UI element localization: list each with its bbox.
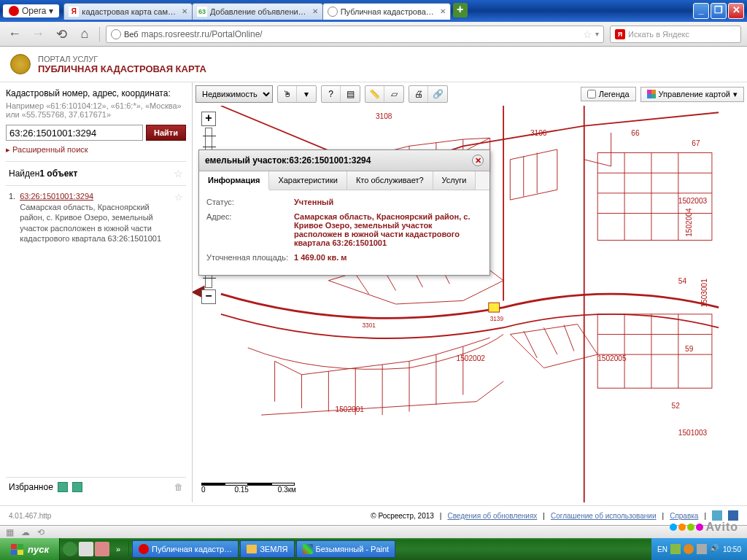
link-button[interactable]: 🔗 <box>428 86 447 102</box>
reload-button[interactable]: ⟲ <box>53 26 70 43</box>
main-area: Кадастровый номер, адрес, координата: На… <box>0 82 747 502</box>
portal-title: ПУБЛИЧНАЯ КАДАСТРОВАЯ КАРТА <box>38 63 206 74</box>
popup-address-value: Самарская область, Красноярский район, с… <box>294 212 482 247</box>
new-tab-button[interactable]: + <box>453 3 468 18</box>
popup-area-value: 1 469.00 кв. м <box>294 253 482 262</box>
measure-line-button[interactable]: 📏 <box>365 86 384 102</box>
address-bar[interactable]: Веб maps.rosreestr.ru/PortalOnline/ ☆ ▾ <box>106 26 604 43</box>
tab-63[interactable]: 63 Добавление объявлени… ✕ <box>192 3 323 20</box>
ql-icon-1[interactable] <box>63 542 77 556</box>
tab-service[interactable]: Кто обслуживает? <box>347 171 433 190</box>
lang-indicator[interactable]: EN <box>657 545 667 553</box>
twitter-icon[interactable] <box>712 510 722 521</box>
map-canvas[interactable]: 3108 3106 66 67 1502003 1502004 54 15030… <box>193 106 747 502</box>
rosreestr-logo <box>9 52 32 76</box>
result-number: 1. <box>9 192 15 244</box>
dropdown-arrow-icon: ▾ <box>49 6 53 16</box>
measure-area-button[interactable]: ▱ <box>384 86 403 102</box>
tab-characteristics[interactable]: Характеристики <box>269 171 347 190</box>
export-icon[interactable] <box>72 482 82 492</box>
parcel-popup: емельный участок: 63:26:1501001:3294 ✕ И… <box>198 149 490 276</box>
favorite-star-icon[interactable]: ☆ <box>174 192 183 244</box>
tray-icon-2[interactable] <box>684 544 694 554</box>
home-button[interactable]: ⌂ <box>76 26 93 43</box>
import-icon[interactable] <box>58 482 68 492</box>
dropdown-arrow-icon[interactable]: ▾ <box>595 30 599 38</box>
updates-link[interactable]: Сведения об обновлениях <box>447 512 537 520</box>
taskbar-items: Публичная кадастр… ЗЕМЛЯ Безымянный - Pa… <box>129 540 651 558</box>
task-opera[interactable]: Публичная кадастр… <box>132 540 239 558</box>
sync-icon[interactable]: ⟲ <box>37 527 44 537</box>
browser-search-bar[interactable]: Я Искать в Яндекс <box>610 26 741 43</box>
clock[interactable]: 10:50 <box>723 545 741 553</box>
ql-icon-2[interactable] <box>79 542 93 556</box>
facebook-icon[interactable] <box>728 510 738 521</box>
popup-close-button[interactable]: ✕ <box>472 155 484 166</box>
close-icon[interactable]: ✕ <box>312 7 318 15</box>
favorites-bar: Избранное 🗑 <box>6 477 186 497</box>
back-button[interactable]: ← <box>6 26 23 43</box>
popup-address-label: Адрес: <box>206 212 294 247</box>
result-link[interactable]: 63:26:1501001:3294 <box>20 192 93 201</box>
task-folder[interactable]: ЗЕМЛЯ <box>240 540 294 558</box>
bookmark-star-icon[interactable]: ☆ <box>583 28 592 40</box>
start-label: пуск <box>28 544 49 555</box>
info-tool-button[interactable]: ? <box>322 86 341 102</box>
svg-text:59: 59 <box>685 345 694 353</box>
results-prefix: Найден <box>9 168 39 179</box>
cloud-icon[interactable]: ☁ <box>21 527 30 537</box>
tab-yandex[interactable]: Я кадастровая карта сам… ✕ <box>63 3 193 20</box>
start-button[interactable]: пуск <box>0 538 60 560</box>
layer-select[interactable]: Недвижимость <box>196 85 273 103</box>
forward-button[interactable]: → <box>29 26 47 43</box>
tab-label: кадастровая карта сам… <box>82 7 176 16</box>
tab-rosreestr[interactable]: Публичная кадастрова… ✕ <box>322 3 451 20</box>
results-header: Найден 1 объект ☆ <box>6 162 186 186</box>
ql-icon-4[interactable]: » <box>111 542 125 556</box>
scale-bar: 0 0.15 0.3км <box>201 483 296 494</box>
svg-text:3108: 3108 <box>376 112 392 120</box>
print-button[interactable]: 🖨 <box>409 86 428 102</box>
svg-text:1501003: 1501003 <box>678 429 708 437</box>
cadastral-search-input[interactable] <box>6 125 143 141</box>
tab-information[interactable]: Информация <box>199 171 269 190</box>
pointer-tool-button[interactable]: 🖱 <box>278 86 297 102</box>
avito-watermark: Avito <box>670 521 738 534</box>
layers-tool-button[interactable]: ▤ <box>341 86 360 102</box>
tray-icon-3[interactable] <box>697 544 707 554</box>
search-button[interactable]: Найти <box>146 125 186 141</box>
help-link[interactable]: Справка <box>670 512 698 520</box>
minimize-button[interactable]: _ <box>693 3 709 19</box>
task-paint[interactable]: Безымянный - Paint <box>296 540 396 558</box>
legend-checkbox[interactable] <box>587 90 596 98</box>
opera-menu-button[interactable]: Opera ▾ <box>3 4 59 18</box>
volume-icon[interactable]: 🔊 <box>710 544 720 554</box>
windows-taskbar: пуск » Публичная кадастр… ЗЕМЛЯ Безымянн… <box>0 538 747 560</box>
tab-63-favicon: 63 <box>197 7 207 17</box>
tray-icon-1[interactable] <box>670 544 681 554</box>
result-item[interactable]: 1. 63:26:1501001:3294 Самарская область,… <box>6 186 186 249</box>
advanced-search-link[interactable]: Расширенный поиск <box>6 145 88 155</box>
popup-status-value: Учтенный <box>294 198 482 206</box>
map-management-button[interactable]: Управление картой ▾ <box>640 87 744 102</box>
close-icon[interactable]: ✕ <box>182 7 187 15</box>
panel-icon[interactable]: ▦ <box>6 527 14 537</box>
pointer-dropdown-icon[interactable]: ▾ <box>297 86 316 102</box>
ql-icon-3[interactable] <box>95 542 109 556</box>
window-close-button[interactable]: ✕ <box>728 3 744 19</box>
zoom-in-button[interactable]: + <box>201 112 216 126</box>
popup-header[interactable]: емельный участок: 63:26:1501001:3294 ✕ <box>199 150 489 171</box>
search-hint: Например «61:6:10104:12», «61:6:*», «Мос… <box>6 101 186 119</box>
result-description: Самарская область, Красноярский район, с… <box>20 202 170 244</box>
svg-text:1502004: 1502004 <box>685 208 693 237</box>
trash-icon[interactable]: 🗑 <box>174 482 183 492</box>
tab-services[interactable]: Услуги <box>433 171 476 190</box>
results-star-icon[interactable]: ☆ <box>174 168 183 179</box>
maximize-button[interactable]: ❐ <box>711 3 727 19</box>
agreement-link[interactable]: Соглашение об использовании <box>551 512 657 520</box>
legend-toggle[interactable]: Легенда <box>581 87 636 101</box>
zoom-out-button[interactable]: − <box>201 289 216 304</box>
window-titlebar: Opera ▾ Я кадастровая карта сам… ✕ 63 До… <box>0 0 747 22</box>
tab-label: Добавление объявлени… <box>210 7 306 16</box>
close-icon[interactable]: ✕ <box>440 7 446 15</box>
